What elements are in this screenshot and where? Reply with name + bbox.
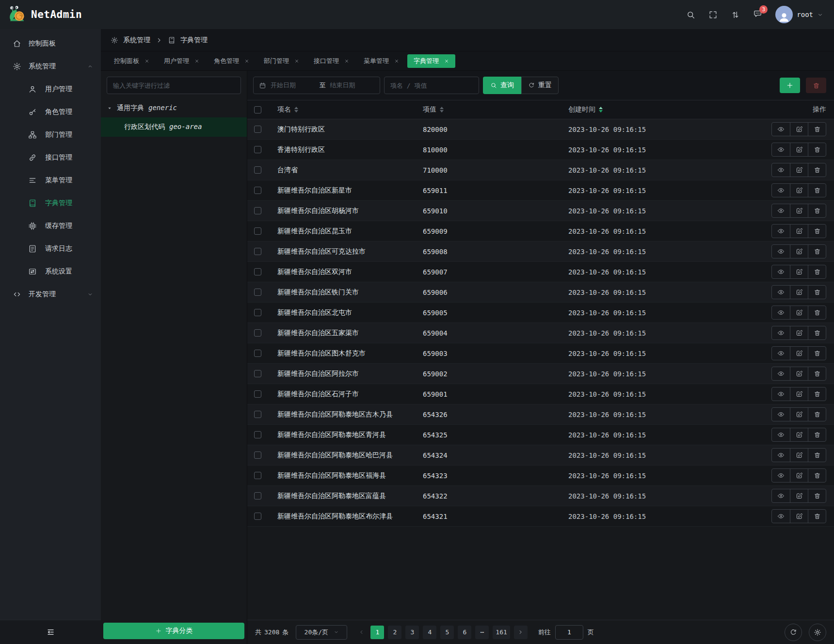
page-button[interactable]: 6 [458, 626, 471, 639]
query-button[interactable]: 查询 [483, 77, 521, 94]
row-checkbox[interactable] [254, 492, 261, 499]
notifications-button[interactable]: 3 [753, 9, 762, 20]
tab[interactable]: 字典管理 [407, 54, 455, 68]
view-button[interactable] [772, 306, 790, 319]
column-header-value[interactable]: 项值 [423, 105, 568, 114]
row-checkbox[interactable] [254, 126, 261, 133]
delete-button[interactable] [808, 347, 826, 360]
row-checkbox[interactable] [254, 187, 261, 194]
delete-button[interactable] [808, 489, 826, 502]
row-checkbox[interactable] [254, 513, 261, 520]
delete-button[interactable] [808, 163, 826, 177]
edit-button[interactable] [790, 184, 808, 197]
view-button[interactable] [772, 184, 790, 197]
edit-button[interactable] [790, 408, 808, 421]
view-button[interactable] [772, 408, 790, 421]
edit-button[interactable] [790, 326, 808, 339]
next-page-button[interactable] [514, 626, 528, 639]
view-button[interactable] [772, 326, 790, 339]
view-button[interactable] [772, 387, 790, 401]
tree-filter-input[interactable] [107, 77, 241, 94]
keyword-input[interactable] [384, 77, 479, 94]
date-range-picker[interactable]: 开始日期 至 结束日期 [253, 77, 380, 94]
row-checkbox[interactable] [254, 431, 261, 438]
view-button[interactable] [772, 163, 790, 177]
page-button[interactable]: 161 [493, 626, 510, 639]
edit-button[interactable] [790, 245, 808, 258]
row-checkbox[interactable] [254, 329, 261, 337]
close-icon[interactable] [144, 59, 149, 64]
view-button[interactable] [772, 367, 790, 380]
tab[interactable]: 菜单管理 [357, 54, 405, 68]
column-header-name[interactable]: 项名 [277, 105, 423, 114]
close-icon[interactable] [194, 59, 199, 64]
close-icon[interactable] [244, 59, 249, 64]
row-checkbox[interactable] [254, 472, 261, 479]
edit-button[interactable] [790, 367, 808, 380]
sidebar-item-system[interactable]: 系统管理 [0, 55, 101, 78]
menu-fold-icon[interactable] [46, 628, 55, 637]
reload-button[interactable] [785, 624, 802, 641]
view-button[interactable] [772, 469, 790, 482]
edit-button[interactable] [790, 143, 808, 156]
page-size-select[interactable]: 20条/页 [296, 625, 347, 640]
sort-control[interactable] [440, 107, 444, 113]
column-header-created[interactable]: 创建时间 [568, 105, 744, 114]
breadcrumb-parent[interactable]: 系统管理 [123, 36, 150, 45]
sidebar-submenu-item[interactable]: 接口管理 [0, 146, 101, 169]
view-button[interactable] [772, 143, 790, 156]
view-button[interactable] [772, 489, 790, 502]
edit-button[interactable] [790, 163, 808, 177]
page-button[interactable]: 3 [405, 626, 419, 639]
edit-button[interactable] [790, 306, 808, 319]
delete-button[interactable] [808, 326, 826, 339]
sidebar-item-dev[interactable]: 开发管理 [0, 283, 101, 306]
select-all-checkbox[interactable] [254, 106, 261, 113]
edit-button[interactable] [790, 489, 808, 502]
delete-button[interactable] [808, 408, 826, 421]
sort-control-active[interactable] [599, 107, 603, 113]
row-checkbox[interactable] [254, 390, 261, 398]
tree-node-generic[interactable]: 通用字典generic [101, 99, 247, 117]
tab[interactable]: 用户管理 [158, 54, 206, 68]
add-category-button[interactable]: 字典分类 [103, 623, 244, 639]
edit-button[interactable] [790, 286, 808, 299]
delete-button[interactable] [808, 204, 826, 217]
sidebar-submenu-item[interactable]: 用户管理 [0, 78, 101, 100]
table-settings-button[interactable] [809, 624, 826, 641]
delete-button[interactable] [808, 123, 826, 136]
edit-button[interactable] [790, 387, 808, 401]
delete-button[interactable] [808, 245, 826, 258]
edit-button[interactable] [790, 510, 808, 523]
edit-button[interactable] [790, 347, 808, 360]
delete-button[interactable] [808, 306, 826, 319]
prev-page-button[interactable] [355, 626, 368, 639]
edit-button[interactable] [790, 204, 808, 217]
delete-button[interactable] [808, 449, 826, 462]
row-checkbox[interactable] [254, 166, 261, 174]
delete-button[interactable] [808, 184, 826, 197]
view-button[interactable] [772, 428, 790, 441]
row-checkbox[interactable] [254, 227, 261, 235]
view-button[interactable] [772, 123, 790, 136]
edit-button[interactable] [790, 428, 808, 441]
sidebar-item-dashboard[interactable]: 控制面板 [0, 32, 101, 55]
add-row-button[interactable] [780, 78, 800, 93]
sidebar-submenu-item[interactable]: 字典管理 [0, 192, 101, 214]
tab[interactable]: 控制面板 [108, 54, 156, 68]
view-button[interactable] [772, 225, 790, 238]
edit-button[interactable] [790, 225, 808, 238]
sidebar-submenu-item[interactable]: 缓存管理 [0, 214, 101, 237]
page-button[interactable]: 2 [388, 626, 401, 639]
sidebar-submenu-item[interactable]: 角色管理 [0, 100, 101, 123]
row-checkbox[interactable] [254, 309, 261, 316]
view-button[interactable] [772, 286, 790, 299]
close-icon[interactable] [294, 59, 299, 64]
tree-node-geo-area[interactable]: 行政区划代码geo-area [101, 117, 247, 137]
row-checkbox[interactable] [254, 370, 261, 377]
row-checkbox[interactable] [254, 248, 261, 255]
delete-button[interactable] [808, 510, 826, 523]
delete-button[interactable] [808, 225, 826, 238]
close-icon[interactable] [394, 59, 399, 64]
tab[interactable]: 部门管理 [257, 54, 305, 68]
